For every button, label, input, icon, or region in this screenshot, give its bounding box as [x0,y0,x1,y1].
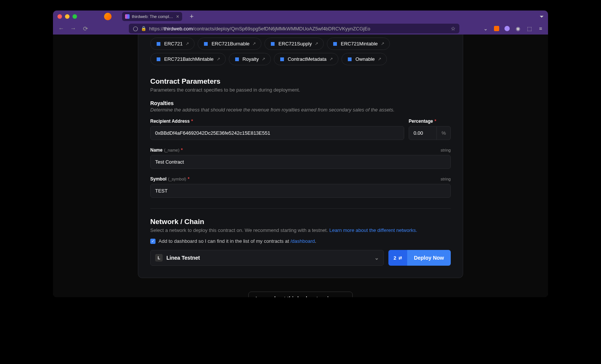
chip-erc721[interactable]: ERC721↗ [150,38,195,50]
percent-addon: % [437,126,451,140]
reload-button[interactable]: ⟳ [82,25,89,32]
external-link-icon: ↗ [252,41,256,46]
learn-extensions-button[interactable]: Learn about thirdweb extensions ↗ [248,292,352,297]
external-link-icon: ↗ [315,41,318,46]
dashboard-checkbox[interactable]: ✓ [150,239,156,244]
diamond-icon [278,56,286,63]
name-section: Name(_name)*string [150,147,451,169]
dashboard-link[interactable]: /dashboard [290,238,315,244]
bookmark-icon[interactable]: ☆ [451,26,456,32]
url-bar[interactable]: ◯ 🔒 https://thirdweb.com/contracts/deplo… [129,24,459,33]
diamond-icon [202,40,210,48]
shield-icon: ◯ [133,26,138,31]
external-link-icon: ↗ [378,57,381,62]
chevron-down-icon [540,16,544,18]
chip-erc721mintable[interactable]: ERC721Mintable↗ [327,38,390,50]
symbol-section: Symbol(_symbol)*string [150,176,451,198]
extension-chips: ERC721↗ ERC721Burnable↗ ERC721Supply↗ ER… [150,35,451,65]
chip-erc721supply[interactable]: ERC721Supply↗ [264,38,324,50]
pocket-icon[interactable]: ⌄ [483,26,489,32]
title-bar: thirdweb: The complete web3 d × + [53,11,548,23]
diamond-icon [346,56,353,63]
deploy-card: ERC721↗ ERC721Burnable↗ ERC721Supply↗ ER… [138,35,463,278]
dashboard-checkbox-row[interactable]: ✓ Add to dashboard so I can find it in t… [150,238,451,244]
section-title: Contract Parameters [150,77,451,86]
new-tab-button[interactable]: + [190,13,194,21]
royalties-section: Royalties Determine the address that sho… [150,100,451,140]
network-section: Network / Chain Select a network to depl… [150,218,451,266]
tab-title: thirdweb: The complete web3 d [132,14,174,19]
firefox-icon [104,13,112,20]
chip-ownable[interactable]: Ownable↗ [341,53,387,65]
diamond-icon [233,56,241,63]
swap-icon: ⇄ [399,256,402,260]
royalties-title: Royalties [150,100,451,106]
divider [150,208,451,209]
metamask-icon[interactable] [494,26,499,31]
percentage-field: Percentage* % [409,119,451,140]
network-desc: Select a network to deploy this contract… [150,227,451,233]
deploy-tx-count: 2⇄ [388,250,407,266]
external-link-icon: ↗ [186,41,189,46]
chip-royalty[interactable]: Royalty↗ [229,53,271,65]
network-title: Network / Chain [150,218,451,226]
deploy-button[interactable]: 2⇄ Deploy Now [388,250,451,266]
diamond-icon [155,56,162,63]
linea-icon: L [155,254,163,262]
name-input[interactable] [150,155,451,169]
page-content: ERC721↗ ERC721Burnable↗ ERC721Supply↗ ER… [53,35,548,297]
lock-icon: 🔒 [141,26,146,31]
url-bar-container: ← → ⟳ ◯ 🔒 https://thirdweb.com/contracts… [53,23,548,35]
diamond-icon [331,40,339,48]
percentage-input[interactable] [409,126,437,140]
section-subtitle: Parameters the contract specifies to be … [150,87,451,93]
contract-params-section: Contract Parameters Parameters the contr… [150,77,451,198]
deploy-now-label: Deploy Now [407,250,451,266]
chip-contractmetadata[interactable]: ContractMetadata↗ [274,53,338,65]
external-link-icon: ↗ [329,57,333,62]
back-button[interactable]: ← [57,25,65,32]
symbol-input[interactable] [150,184,451,198]
toolbar-icons: ⌄ ◉ ⬚ ≡ [483,26,544,32]
minimize-window-button[interactable] [65,14,69,19]
diamond-icon [269,40,276,48]
tabs-dropdown-button[interactable] [540,16,544,18]
diamond-icon [155,40,162,48]
network-select-value: Linea Testnet [166,255,200,261]
recipient-field: Recipient Address* [150,119,404,140]
network-select[interactable]: L Linea Testnet ⌄ [150,250,384,266]
close-window-button[interactable] [57,14,62,19]
thirdweb-favicon-icon [125,14,130,19]
chip-erc721batchmintable[interactable]: ERC721BatchMintable↗ [150,53,226,65]
external-link-icon: ↗ [341,296,346,297]
menu-icon[interactable]: ≡ [538,26,544,32]
chip-erc721burnable[interactable]: ERC721Burnable↗ [198,38,261,50]
networks-link[interactable]: Learn more about the different networks. [329,227,417,233]
maximize-window-button[interactable] [72,14,77,19]
forward-button[interactable]: → [69,25,77,32]
royalties-desc: Determine the address that should receiv… [150,107,451,113]
external-link-icon: ↗ [217,57,220,62]
chevron-down-icon: ⌄ [374,255,379,261]
external-link-icon: ↗ [381,41,384,46]
browser-tab[interactable]: thirdweb: The complete web3 d × [122,12,182,21]
extensions-icon[interactable]: ⬚ [526,26,532,32]
recipient-address-input[interactable] [150,126,404,140]
external-link-icon: ↗ [262,57,265,62]
url-text: https://thirdweb.com/contracts/deploy/Qm… [149,26,448,32]
account-icon[interactable]: ◉ [515,26,521,32]
extension-icon[interactable] [504,26,510,31]
browser-window: thirdweb: The complete web3 d × + ← → ⟳ … [53,11,548,297]
traffic-lights [57,14,77,19]
close-tab-button[interactable]: × [176,14,179,19]
